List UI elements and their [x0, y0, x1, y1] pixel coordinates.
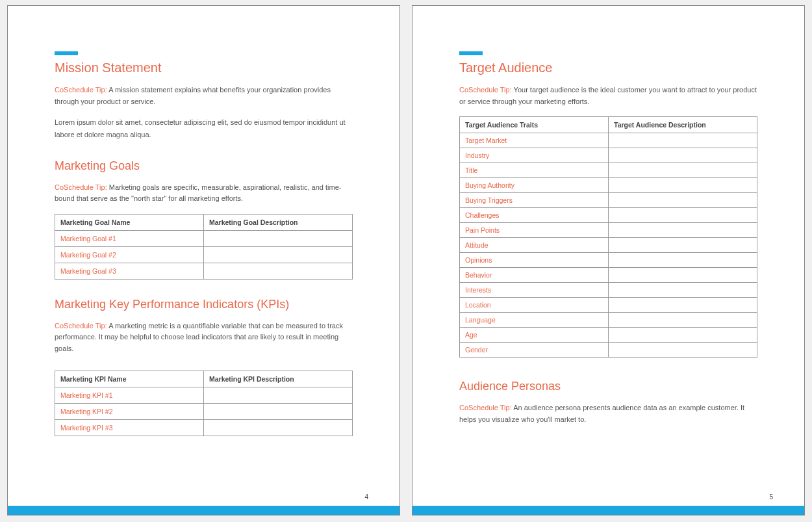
- table-cell-desc: [609, 163, 757, 178]
- table-header: Marketing Goal Description: [204, 214, 353, 230]
- table-cell-desc: [609, 133, 757, 148]
- table-row: Challenges: [460, 208, 757, 223]
- table-header: Target Audience Traits: [460, 117, 609, 133]
- page-number: 5: [769, 493, 773, 501]
- table-cell-name: Marketing Goal #1: [55, 230, 204, 246]
- document-page-4: Mission Statement CoSchedule Tip: A miss…: [7, 5, 400, 515]
- table-row: Marketing KPI #2: [55, 403, 353, 419]
- page-content: Mission Statement CoSchedule Tip: A miss…: [8, 6, 400, 506]
- table-cell-name: Behavior: [460, 268, 609, 283]
- table-cell-name: Pain Points: [460, 223, 609, 238]
- table-header: Marketing Goal Name: [55, 214, 204, 230]
- table-row: Attitude: [460, 238, 757, 253]
- table-row: Pain Points: [460, 223, 757, 238]
- table-row: Industry: [460, 148, 757, 163]
- table-row: Interests: [460, 283, 757, 298]
- target-tip: CoSchedule Tip: Your target audience is …: [459, 85, 757, 107]
- table-cell-name: Marketing KPI #2: [55, 403, 204, 419]
- table-row: Marketing Goal #2: [55, 246, 353, 263]
- tip-label: CoSchedule Tip:: [55, 183, 107, 191]
- page-footer-bar: [412, 506, 804, 515]
- table-cell-name: Interests: [460, 283, 609, 298]
- tip-label: CoSchedule Tip:: [459, 86, 512, 94]
- table-cell-name: Marketing KPI #1: [55, 387, 204, 403]
- table-cell-desc: [609, 328, 757, 343]
- table-header: Marketing KPI Name: [55, 371, 204, 387]
- table-cell-desc: [609, 313, 757, 328]
- page-content: Target Audience CoSchedule Tip: Your tar…: [412, 6, 804, 506]
- target-tbody: Target MarketIndustryTitleBuying Authori…: [460, 133, 757, 358]
- table-cell-name: Marketing Goal #2: [55, 246, 204, 263]
- table-row: Opinions: [460, 253, 757, 268]
- table-cell-desc: [609, 253, 757, 268]
- table-cell-name: Buying Triggers: [460, 193, 609, 208]
- table-cell-desc: [204, 246, 353, 263]
- table-cell-name: Target Market: [460, 133, 609, 148]
- table-row: Buying Triggers: [460, 193, 757, 208]
- table-cell-name: Language: [460, 313, 609, 328]
- table-cell-name: Location: [460, 298, 609, 313]
- target-audience-table: Target Audience Traits Target Audience D…: [459, 116, 757, 358]
- table-cell-desc: [609, 178, 757, 193]
- table-cell-desc: [609, 343, 757, 358]
- table-cell-name: Gender: [460, 343, 609, 358]
- table-cell-desc: [609, 208, 757, 223]
- table-cell-name: Buying Authority: [460, 178, 609, 193]
- table-row: Target Market: [460, 133, 757, 148]
- table-row: Marketing KPI #1: [55, 387, 353, 403]
- marketing-kpis-table: Marketing KPI Name Marketing KPI Descrip…: [55, 371, 353, 436]
- table-cell-name: Attitude: [460, 238, 609, 253]
- table-row: Title: [460, 163, 757, 178]
- table-cell-desc: [609, 238, 757, 253]
- accent-bar: [55, 51, 78, 55]
- tip-label: CoSchedule Tip:: [55, 86, 107, 94]
- tip-label: CoSchedule Tip:: [55, 322, 107, 330]
- personas-tip: CoSchedule Tip: An audience persona pres…: [459, 402, 757, 425]
- table-row: Marketing KPI #3: [55, 419, 353, 436]
- table-cell-desc: [609, 283, 757, 298]
- table-cell-desc: [204, 230, 353, 246]
- table-cell-name: Age: [460, 328, 609, 343]
- table-row: Age: [460, 328, 757, 343]
- table-cell-desc: [609, 148, 757, 163]
- table-row: Marketing Goal #3: [55, 263, 353, 279]
- table-row: Marketing Goal #1: [55, 230, 353, 246]
- table-header: Marketing KPI Description: [204, 371, 353, 387]
- table-row: Location: [460, 298, 757, 313]
- table-cell-name: Marketing KPI #3: [55, 419, 204, 436]
- table-cell-name: Title: [460, 163, 609, 178]
- table-cell-name: Marketing Goal #3: [55, 263, 204, 279]
- table-cell-desc: [204, 387, 353, 403]
- document-page-5: Target Audience CoSchedule Tip: Your tar…: [412, 5, 805, 515]
- table-cell-desc: [609, 193, 757, 208]
- kpis-tip: CoSchedule Tip: A marketing metric is a …: [55, 320, 353, 355]
- table-cell-desc: [609, 298, 757, 313]
- table-cell-name: Industry: [460, 148, 609, 163]
- audience-personas-heading: Audience Personas: [459, 380, 757, 393]
- marketing-goals-table: Marketing Goal Name Marketing Goal Descr…: [55, 214, 353, 280]
- table-cell-desc: [609, 268, 757, 283]
- table-cell-name: Opinions: [460, 253, 609, 268]
- goals-tbody: Marketing Goal #1Marketing Goal #2Market…: [55, 230, 353, 279]
- table-header: Target Audience Description: [609, 117, 757, 133]
- page-footer-bar: [8, 506, 400, 515]
- table-row: Gender: [460, 343, 757, 358]
- tip-label: CoSchedule Tip:: [459, 404, 512, 411]
- page-number: 4: [364, 493, 368, 501]
- marketing-kpis-heading: Marketing Key Performance Indicators (KP…: [55, 298, 353, 311]
- table-cell-desc: [204, 263, 353, 279]
- accent-bar: [459, 51, 483, 55]
- table-row: Behavior: [460, 268, 757, 283]
- kpis-tbody: Marketing KPI #1Marketing KPI #2Marketin…: [55, 387, 353, 436]
- table-cell-desc: [204, 403, 353, 419]
- goals-tip: CoSchedule Tip: Marketing goals are spec…: [55, 182, 353, 205]
- mission-tip: CoSchedule Tip: A mission statement expl…: [55, 85, 353, 107]
- marketing-goals-heading: Marketing Goals: [55, 159, 353, 173]
- mission-statement-heading: Mission Statement: [55, 60, 353, 75]
- table-cell-name: Challenges: [460, 208, 609, 223]
- mission-body: Lorem ipsum dolor sit amet, consectetur …: [55, 116, 353, 140]
- table-cell-desc: [609, 223, 757, 238]
- table-row: Buying Authority: [460, 178, 757, 193]
- target-audience-heading: Target Audience: [459, 60, 757, 75]
- table-cell-desc: [204, 419, 353, 436]
